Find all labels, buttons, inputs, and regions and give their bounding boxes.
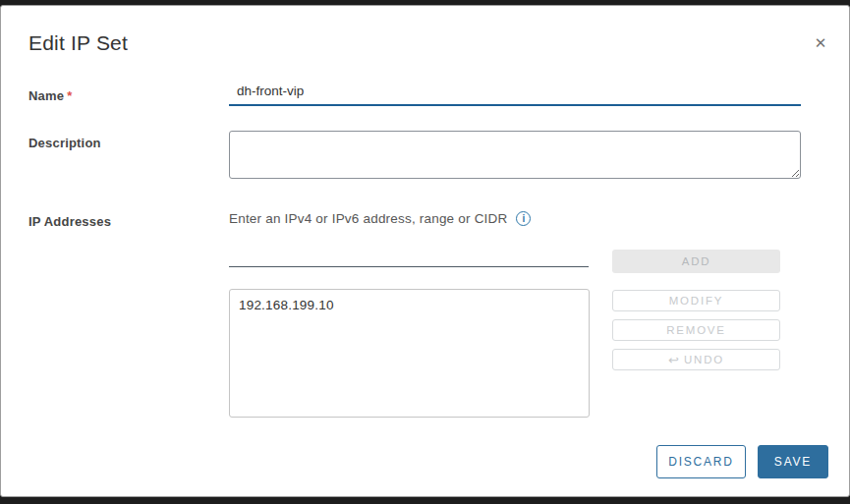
description-textarea[interactable]	[229, 131, 801, 179]
required-asterisk: *	[67, 88, 72, 103]
name-input[interactable]	[229, 81, 801, 106]
save-button[interactable]: SAVE	[758, 445, 828, 478]
ip-address-list[interactable]: 192.168.199.10	[229, 289, 590, 418]
discard-button[interactable]: DISCARD	[656, 445, 746, 478]
add-button[interactable]: ADD	[612, 250, 780, 273]
undo-icon: ↩	[668, 353, 679, 367]
list-item[interactable]: 192.168.199.10	[230, 296, 589, 314]
ip-helper-row: Enter an IPv4 or IPv6 address, range or …	[229, 211, 531, 226]
dialog-title: Edit IP Set	[28, 31, 128, 55]
remove-button[interactable]: REMOVE	[612, 319, 780, 341]
edit-ip-set-dialog: Edit IP Set ✕ Name* Description IP Addre…	[0, 5, 850, 497]
close-icon[interactable]: ✕	[809, 31, 832, 55]
ip-addresses-label: IP Addresses	[28, 214, 111, 229]
undo-button[interactable]: ↩ UNDO	[612, 349, 780, 370]
undo-button-label: UNDO	[684, 354, 724, 365]
modify-button[interactable]: MODIFY	[612, 290, 780, 311]
description-label: Description	[28, 136, 101, 150]
info-icon[interactable]: i	[516, 211, 531, 226]
name-label-text: Name	[28, 88, 64, 103]
ip-helper-text: Enter an IPv4 or IPv6 address, range or …	[229, 211, 507, 226]
ip-address-input[interactable]	[229, 244, 589, 267]
name-label: Name*	[28, 88, 72, 103]
